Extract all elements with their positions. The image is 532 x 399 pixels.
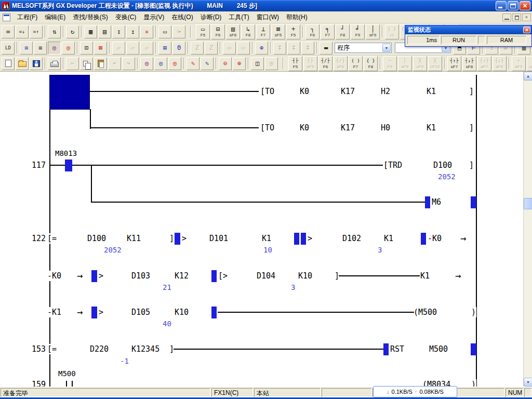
mdi-close-button[interactable]: × (522, 14, 531, 21)
print-button[interactable] (48, 57, 61, 70)
ladder-token[interactable]: D100 (87, 233, 107, 244)
comment-display-button[interactable]: ⊡ (80, 42, 93, 55)
line-double-button[interactable]: ╛F9 (351, 24, 365, 39)
mdi-minimize-button[interactable] (502, 14, 511, 21)
chevron-down-icon[interactable]: ▼ (382, 44, 391, 52)
child-window-icon[interactable] (3, 14, 10, 21)
wire-arrow-button[interactable]: ↳F8 (241, 24, 255, 39)
ladder-token[interactable]: D100 (433, 160, 453, 170)
ladder-logic-test-button[interactable]: LD (2, 42, 15, 55)
ladder-token[interactable]: ] (469, 123, 474, 133)
ladder-token[interactable]: RST (390, 344, 405, 354)
edit-cursor-cell[interactable] (49, 75, 90, 110)
line-corner-tr-button[interactable]: ┐F6 (305, 24, 320, 39)
sym-pulse-falling-button[interactable]: ┤↓├sF8 (462, 56, 476, 71)
ladder-token[interactable]: ) (471, 307, 476, 317)
vertical-scrollbar[interactable]: ▲ ▼ (523, 72, 532, 387)
scroll-up-button[interactable]: ▲ (524, 72, 532, 81)
grid-display-button[interactable]: ▦ (84, 25, 97, 38)
ladder-token[interactable]: (M8034 (422, 379, 451, 387)
wire-box-lines-button[interactable]: ▤sF6 (226, 24, 240, 39)
comment-hide-button[interactable]: ⊠ (94, 42, 107, 55)
ladder-token[interactable]: K11 (126, 233, 141, 244)
save-project-button[interactable] (30, 57, 43, 70)
ladder-token[interactable]: > (181, 233, 187, 244)
ladder-token[interactable]: K1 (383, 233, 394, 244)
line-corner-br-button[interactable]: ┘F8 (336, 24, 350, 39)
monitor-mode-button[interactable]: ◎ (48, 42, 61, 55)
jump-step-button[interactable]: ⇅ (48, 25, 61, 38)
zoom-out-button[interactable]: ⊖ (219, 57, 232, 70)
sym-contact-closed-button[interactable]: ┤/├F6 (318, 56, 332, 71)
ladder-token[interactable]: (M500 (413, 307, 437, 317)
ladder-token[interactable]: [TO (260, 123, 275, 133)
ladder-token[interactable]: K1 (261, 233, 272, 244)
ladder-token[interactable]: K10 (298, 271, 313, 281)
ladder-token[interactable]: D102 (342, 233, 362, 244)
menu-item-9[interactable]: 帮助(H) (283, 11, 311, 23)
ladder-token[interactable]: D103 (131, 271, 151, 281)
menu-item-6[interactable]: 诊断(D) (197, 11, 225, 23)
menu-item-0[interactable]: 工程(F) (14, 11, 41, 23)
ladder-token[interactable]: [TRD (383, 160, 403, 170)
menu-item-1[interactable]: 编辑(E) (41, 11, 69, 23)
find-next-up-button[interactable]: ∞↑ (30, 25, 43, 38)
find-next-down-button[interactable]: ∞↓ (16, 25, 29, 38)
network-monitor-button[interactable]: ⊕ (255, 42, 268, 55)
program-tree-button[interactable]: ≡ (20, 42, 33, 55)
sym-pulse-rising-button[interactable]: ┤↑├sF7 (447, 56, 461, 71)
ladder-token[interactable]: K1 (426, 123, 436, 133)
ladder-token[interactable]: K17 (340, 123, 355, 133)
close-button[interactable]: ✕ (520, 1, 530, 10)
monitor-condition-button[interactable]: ▬ (320, 42, 332, 55)
ladder-token[interactable]: K17 (340, 86, 355, 97)
data-type-combo[interactable]: 程序▼ (335, 43, 392, 53)
entry-data-monitor-button[interactable]: ≡ (34, 42, 47, 55)
ladder-token[interactable]: [= (47, 233, 57, 244)
ladder-token[interactable]: M6 (431, 197, 442, 207)
find-device-button[interactable]: ◎ (140, 57, 153, 70)
ladder-token[interactable]: K0 (299, 86, 310, 97)
menu-item-2[interactable]: 查找/替换(S) (69, 11, 111, 23)
sym-coil-button[interactable]: ( )F7 (349, 56, 363, 71)
menu-item-4[interactable]: 显示(V) (140, 11, 168, 23)
minimize-button[interactable] (496, 1, 507, 10)
mdi-restore-button[interactable] (512, 14, 521, 21)
page-setup-button[interactable]: ▭ (158, 25, 171, 38)
ladder-token[interactable]: D101 (209, 233, 229, 244)
tile-windows-button[interactable]: ⊞ (158, 42, 171, 55)
find-binoculars-button[interactable]: ∞ (2, 25, 15, 38)
line-corner-dbl-button[interactable]: ╕F7 (321, 24, 335, 39)
line-vertical-button[interactable]: │sF9 (366, 24, 380, 39)
ladder-token[interactable]: ] (169, 233, 175, 244)
scan-time-monitor-button[interactable]: Θ (172, 42, 185, 55)
ladder-token[interactable]: -K0 (47, 271, 62, 281)
monitor-status-titlebar[interactable]: 监视状态 ✕ (405, 25, 531, 34)
ladder-token[interactable]: M500 (429, 344, 448, 354)
ladder-token[interactable]: -K0 (427, 233, 442, 244)
zoom-in-button[interactable]: ⊕ (233, 57, 246, 70)
ladder-token[interactable]: K10 (174, 307, 189, 317)
write-mode-pencil-button[interactable]: ✎ (187, 57, 200, 70)
monitor-status-close-icon[interactable]: ✕ (523, 26, 530, 33)
ladder-token[interactable]: K0 (299, 123, 310, 133)
ladder-token[interactable]: > (98, 271, 104, 281)
wire-ground-button[interactable]: ⊥F7 (256, 24, 270, 39)
ladder-token[interactable]: K12 (174, 271, 189, 281)
copy-button[interactable] (80, 57, 93, 70)
read-to-top-button[interactable]: ↥ (126, 25, 139, 38)
ladder-token[interactable]: -K1 (47, 307, 62, 317)
ladder-token[interactable]: K1 (420, 271, 430, 281)
ladder-token[interactable]: [> (218, 271, 228, 281)
sym-application-button[interactable]: { }F8 (364, 56, 378, 71)
ladder-token[interactable]: D104 (256, 271, 276, 281)
menu-item-5[interactable]: 在线(O) (168, 11, 196, 23)
ladder-token[interactable]: [= (47, 344, 57, 354)
ladder-token[interactable]: ) (471, 379, 476, 387)
find-instruction-button[interactable]: ◎ (154, 57, 167, 70)
restore-button[interactable] (508, 1, 518, 10)
wire-cross-button[interactable]: +F5 (286, 24, 300, 39)
menu-item-8[interactable]: 窗口(W) (253, 11, 283, 23)
convert-run-button[interactable]: ↻ (66, 25, 79, 38)
ladder-token[interactable]: > (307, 233, 313, 244)
